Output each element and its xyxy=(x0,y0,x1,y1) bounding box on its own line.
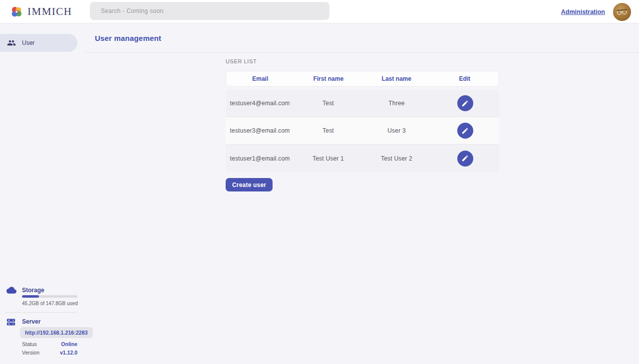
title-bar: User management xyxy=(85,23,639,53)
column-header-edit: Edit xyxy=(431,75,499,82)
sidebar-item-label: User xyxy=(22,39,34,46)
top-header: IMMICH Administration xyxy=(0,0,639,23)
edit-user-button[interactable] xyxy=(457,95,473,111)
user-avatar[interactable] xyxy=(613,3,631,21)
cloud-icon xyxy=(6,285,16,295)
section-label: USER LIST xyxy=(226,58,499,64)
version-value: v1.12.0 xyxy=(60,350,77,356)
cell-first-name: Test xyxy=(294,127,362,134)
storage-usage-text: 45.2GB of 147.8GB used xyxy=(22,301,78,306)
edit-user-button[interactable] xyxy=(457,123,473,139)
search-input[interactable] xyxy=(90,2,329,20)
cell-first-name: Test User 1 xyxy=(294,155,362,162)
cell-email: testuser4@email.com xyxy=(226,100,294,107)
create-user-button[interactable]: Create user xyxy=(226,178,273,191)
users-icon xyxy=(7,38,16,47)
column-header-last-name: Last name xyxy=(362,75,431,82)
table-header-row: Email First name Last name Edit xyxy=(226,71,499,87)
status-value: Online xyxy=(61,341,77,347)
server-url-badge: http://192.168.1.216:2283 xyxy=(20,327,93,338)
cell-last-name: Test User 2 xyxy=(362,155,431,162)
logo-text: IMMICH xyxy=(27,5,72,18)
user-list-section: USER LIST Email First name Last name Edi… xyxy=(226,58,499,191)
page-title: User management xyxy=(95,34,161,42)
table-row: testuser1@email.com Test User 1 Test Use… xyxy=(226,145,499,172)
glasses-icon xyxy=(616,8,628,15)
column-header-first-name: First name xyxy=(295,75,363,82)
cell-email: testuser1@email.com xyxy=(226,155,294,162)
pencil-icon xyxy=(461,100,469,107)
pencil-icon xyxy=(461,127,469,135)
column-header-email: Email xyxy=(226,75,295,82)
server-version-row: Version v1.12.0 xyxy=(22,350,77,356)
table-row: testuser4@email.com Test Three xyxy=(226,90,499,117)
cell-last-name: Three xyxy=(362,100,431,107)
immich-flower-icon xyxy=(10,5,23,18)
sidebar-footer-divider xyxy=(5,312,77,313)
administration-link[interactable]: Administration xyxy=(561,8,605,15)
cell-first-name: Test xyxy=(294,100,362,107)
immich-logo[interactable]: IMMICH xyxy=(10,0,72,23)
cell-last-name: User 3 xyxy=(362,127,431,134)
cell-email: testuser3@email.com xyxy=(226,127,294,134)
status-label: Status xyxy=(22,341,37,347)
version-label: Version xyxy=(22,350,39,356)
server-icon xyxy=(6,318,15,327)
sidebar-item-user[interactable]: User xyxy=(0,34,77,52)
storage-progress-fill xyxy=(22,295,39,298)
storage-progress-bar xyxy=(22,295,77,298)
server-title: Server xyxy=(22,318,40,325)
edit-user-button[interactable] xyxy=(457,151,473,167)
table-row: testuser3@email.com Test User 3 xyxy=(226,117,499,145)
user-table-body: testuser4@email.com Test Three testuser3… xyxy=(226,90,499,172)
pencil-icon xyxy=(461,155,469,162)
storage-title: Storage xyxy=(22,287,44,294)
server-status-row: Status Online xyxy=(22,341,77,347)
